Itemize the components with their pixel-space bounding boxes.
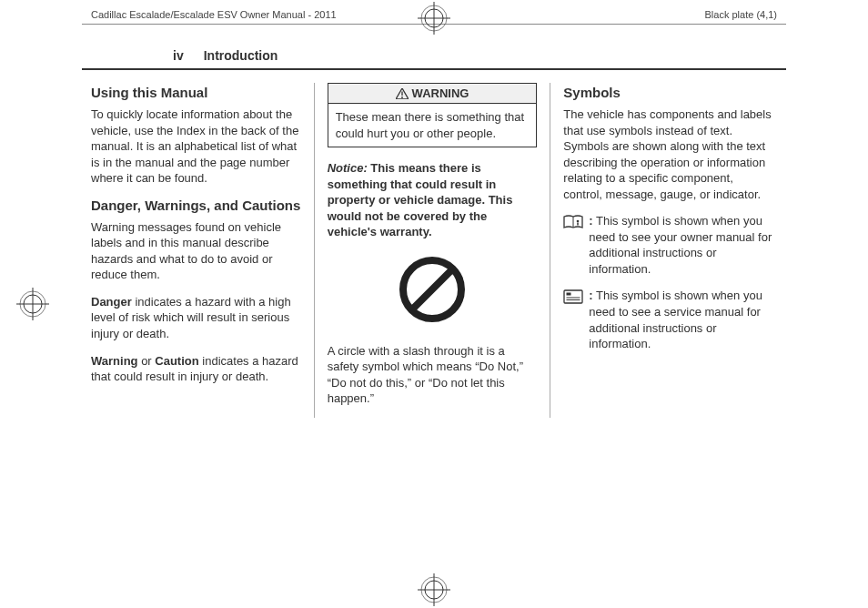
prohibit-caption: A circle with a slash through it is a sa… — [328, 343, 538, 407]
prohibit-icon — [396, 253, 469, 326]
registration-mark-icon — [418, 573, 450, 606]
plate-info: Black plate (4,1) — [705, 9, 777, 20]
warning-box: WARNING These mean there is something th… — [328, 83, 538, 147]
text: This symbol is shown when you need to se… — [589, 214, 772, 276]
svg-line-15 — [412, 269, 452, 309]
warning-triangle-icon — [396, 88, 409, 99]
warning-body: These mean there is something that could… — [328, 104, 537, 147]
column-2: WARNING These mean there is something th… — [314, 83, 550, 418]
paragraph: Warning messages found on vehicle labels… — [91, 219, 301, 283]
text: or — [138, 354, 156, 368]
paragraph: Danger indicates a hazard with a high le… — [91, 294, 301, 342]
symbol-text: : This symbol is shown when you need to … — [589, 213, 773, 277]
paragraph: To quickly locate information about the … — [91, 106, 301, 187]
heading-danger-warnings: Danger, Warnings, and Cautions — [91, 198, 301, 214]
registration-mark-icon — [16, 288, 49, 320]
prohibit-symbol-wrap — [328, 253, 538, 329]
term-caution: Caution — [155, 354, 198, 368]
svg-rect-19 — [564, 290, 582, 303]
owner-manual-icon — [563, 215, 583, 229]
page-number: iv — [173, 48, 184, 63]
column-1: Using this Manual To quickly locate info… — [91, 83, 314, 418]
svg-point-17 — [577, 220, 580, 223]
manual-title: Cadillac Escalade/Escalade ESV Owner Man… — [91, 9, 337, 20]
column-3: Symbols The vehicle has components and l… — [550, 83, 786, 418]
symbol-text: : This symbol is shown when you need to … — [589, 288, 773, 351]
term-danger: Danger — [91, 295, 132, 309]
registration-mark-icon — [418, 2, 450, 35]
section-title: Introduction — [204, 48, 278, 63]
heading-using-manual: Using this Manual — [91, 85, 301, 101]
service-manual-icon — [563, 289, 583, 304]
heading-symbols: Symbols — [563, 85, 773, 101]
notice-label: Notice: — [328, 161, 368, 175]
svg-rect-20 — [567, 293, 571, 296]
symbol-entry-service-manual: : This symbol is shown when you need to … — [563, 288, 773, 351]
warning-title: WARNING — [328, 84, 537, 104]
content-columns: Using this Manual To quickly locate info… — [0, 70, 868, 418]
paragraph: The vehicle has components and labels th… — [563, 106, 773, 202]
svg-point-13 — [401, 96, 403, 98]
text: This symbol is shown when you need to se… — [589, 289, 762, 350]
warning-label: WARNING — [412, 86, 469, 100]
symbol-entry-owner-manual: : This symbol is shown when you need to … — [563, 213, 773, 277]
term-warning: Warning — [91, 354, 138, 368]
notice-paragraph: Notice: This means there is something th… — [328, 160, 538, 240]
paragraph: Warning or Caution indicates a hazard th… — [91, 353, 301, 385]
